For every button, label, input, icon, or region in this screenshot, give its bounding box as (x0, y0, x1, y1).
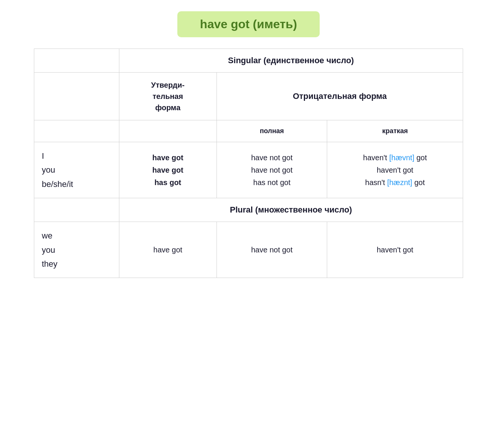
plural-pronouns: weyouthey (34, 222, 119, 278)
plural-header: Plural (множественное число) (119, 198, 463, 222)
plural-neg-full: have not got (216, 222, 327, 278)
singular-neg-full: have not gothave not gothas not got (216, 142, 327, 198)
singular-pronouns: Iyoube/she/it (34, 142, 119, 198)
empty-cell-singular (34, 49, 119, 73)
plural-header-row: Plural (множественное число) (34, 198, 463, 222)
title-text: have got (иметь) (200, 17, 297, 31)
sub-headers-row: полная краткая (34, 120, 463, 142)
singular-header: Singular (единственное число) (119, 49, 463, 73)
singular-affirmative: have gothave gothas got (119, 142, 216, 198)
empty-cell-headers (34, 73, 119, 120)
singular-data-row: Iyoube/she/it have gothave gothas got ha… (34, 142, 463, 198)
column-headers-row: Утверди-тельнаяформа Отрицательная форма (34, 73, 463, 120)
singular-header-row: Singular (единственное число) (34, 49, 463, 73)
full-subheader: полная (216, 120, 327, 142)
grammar-table: Singular (единственное число) Утверди-те… (34, 49, 463, 278)
empty-cell-sub (34, 120, 119, 142)
empty-cell-plural (34, 198, 119, 222)
phonetic-haeznt: [hæznt] (387, 178, 412, 187)
empty-cell-affirmative-sub (119, 120, 216, 142)
plural-neg-short: haven't got (327, 222, 463, 278)
affirmative-header: Утверди-тельнаяформа (119, 73, 216, 120)
singular-neg-short: haven't [hævnt] got haven't got hasn't [… (327, 142, 463, 198)
plural-data-row: weyouthey have got have not got haven't … (34, 222, 463, 278)
negative-header: Отрицательная форма (216, 73, 463, 120)
plural-affirmative: have got (119, 222, 216, 278)
short-subheader: краткая (327, 120, 463, 142)
phonetic-haevnt: [hævnt] (389, 153, 415, 162)
title-badge: have got (иметь) (177, 11, 320, 37)
page-container: have got (иметь) Singular (единственное … (34, 11, 463, 278)
